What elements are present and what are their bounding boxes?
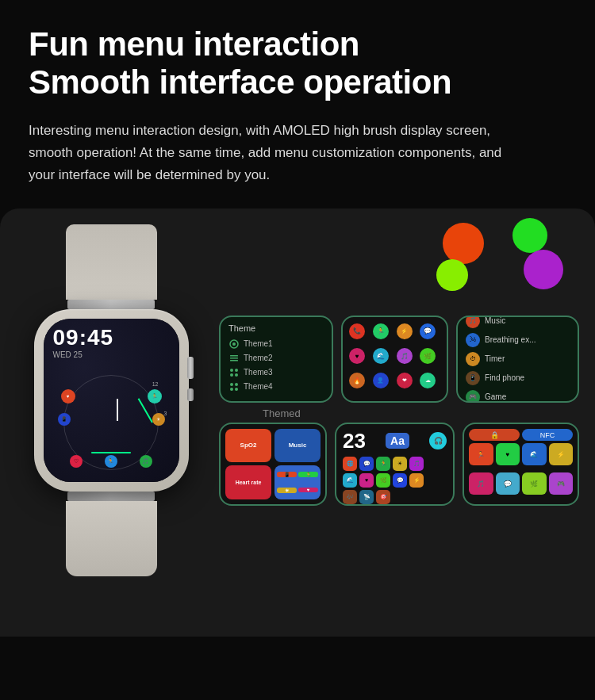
cal-app-11: 🎶: [343, 490, 357, 504]
theme-icon-1: [228, 339, 240, 350]
watch-clasp-bottom: [67, 492, 155, 501]
watch-minute-hand: [117, 399, 118, 421]
app-icon-7: 🎵: [397, 348, 413, 364]
app-icon-11: ❤: [397, 373, 413, 388]
cal-app-4: ☀: [393, 457, 407, 471]
svg-rect-3: [230, 358, 238, 359]
theme-card-title: Theme: [228, 323, 324, 333]
watch-wrapper: 09:45 WED 25 ♥ 🏃 �: [16, 224, 206, 576]
watch-app-icon-2: 🏃: [148, 389, 162, 404]
health-grid: SpO2 Music Heart rate 📱 🏃 ☀: [225, 429, 321, 499]
cal-app-10: ⚡: [409, 473, 424, 488]
content-area: 09:45 WED 25 ♥ 🏃 �: [16, 232, 579, 576]
svg-point-9: [230, 383, 233, 386]
svg-rect-2: [230, 355, 238, 357]
fit-app-2: ♥: [496, 443, 520, 465]
themed-label: Themed: [219, 403, 579, 423]
theme-label-1: Theme1: [244, 339, 273, 348]
fitness-grid: 🔒 NFC 🏃 ♥ 🌊 ⚡ 🎵 💬 🌿: [469, 429, 573, 499]
app-icon-6: 🌊: [373, 348, 389, 364]
music-tile-label: Music: [289, 442, 307, 449]
menu-icon-breathing: 🌬: [466, 333, 480, 347]
watch-side-button: [187, 388, 194, 401]
health-apps-tile: 📱 🏃 ☀ ♥: [274, 465, 321, 499]
cal-apps-row-3: 🎶 📡 🎯: [343, 490, 447, 504]
theme-item-4: Theme4: [228, 380, 324, 394]
watch-screen-inner: 09:45 WED 25 ♥ 🏃 �: [44, 319, 179, 482]
watch-body-wrap: 09:45 WED 25 ♥ 🏃 �: [16, 309, 206, 492]
ws-icon-1: ♡: [70, 455, 83, 468]
cal-app-1: 🌐: [343, 457, 357, 471]
watch-small-icons: ♡ 🏃 🎵: [53, 455, 170, 468]
watch-app-icon-3: 📱: [58, 413, 71, 426]
fit-app-1: 🏃: [469, 443, 493, 465]
cal-app-7: ♥: [359, 473, 374, 488]
main-title: Fun menu interaction Smooth interface op…: [29, 25, 566, 102]
menu-item-breathing: 🌬 Breathing ex...: [466, 331, 570, 350]
watch-body: 09:45 WED 25 ♥ 🏃 �: [34, 309, 189, 492]
theme-label-3: Theme3: [244, 368, 273, 377]
fitness-tile-nfc: NFC: [522, 429, 573, 442]
svg-point-8: [235, 373, 238, 377]
svg-point-12: [235, 388, 238, 391]
cal-header: 23 Aa 🎧: [343, 429, 447, 453]
cal-app-2: 💬: [359, 457, 374, 471]
health-spo2-tile: SpO2: [225, 429, 271, 463]
ws-icon-2: 🏃: [105, 455, 117, 468]
grid-row-2: SpO2 Music Heart rate 📱 🏃 ☀: [219, 423, 579, 506]
theme-icon-3: [228, 367, 240, 378]
svg-point-10: [235, 383, 238, 386]
fit-app-4: ⚡: [549, 443, 574, 465]
fit-app-3: 🌊: [522, 443, 546, 465]
calendar-card: 23 Aa 🎧 🌐 💬 🏃 ☀ 🎵 🌊: [335, 423, 455, 506]
theme-item-3: Theme3: [228, 365, 324, 380]
watch-band-top: [66, 224, 157, 300]
watch-dial-num-3: 3: [164, 411, 167, 416]
app-icon-run: 🏃: [373, 323, 389, 339]
mini-app-2: 🏃: [298, 472, 318, 477]
app-grid-card: 📞 🏃 ⚡ 💬 ♥ 🌊 🎵 🌿 🔥 👤 ❤ ☁: [341, 316, 448, 403]
app-icon-12: ☁: [420, 373, 436, 388]
mini-app-1: 📱: [277, 472, 297, 477]
cal-app-8: 🌿: [376, 473, 390, 488]
menu-item-music: 🎵 Music: [466, 316, 570, 331]
watch-clasp-top: [67, 300, 155, 309]
theme-label-2: Theme2: [244, 354, 273, 362]
mini-app-3: ☀: [277, 488, 297, 493]
app-icon-5: ♥: [349, 348, 365, 364]
watch-face-content: ♥ 🏃 📱 ☀ ♡ 🏃: [53, 359, 170, 474]
cal-headphone-icon: 🎧: [429, 432, 447, 449]
svg-point-5: [230, 369, 233, 372]
menu-label-findphone: Find phone: [485, 373, 524, 382]
cal-aa-label: Aa: [386, 433, 409, 449]
menu-icon-game: 🎮: [466, 390, 480, 403]
cal-app-13: 🎯: [376, 490, 390, 504]
watch-green-bar: [91, 452, 131, 453]
fit-app-7: 🌿: [522, 472, 546, 495]
fit-app-6: 💬: [496, 472, 520, 495]
right-grid-wrapper: Theme Theme1 Theme2: [219, 316, 579, 506]
bottom-section: 09:45 WED 25 ♥ 🏃 �: [0, 208, 595, 637]
watch-dial-num-12: 12: [152, 381, 159, 387]
cal-date-num: 23: [343, 429, 366, 453]
fit-app-5: 🎵: [469, 472, 493, 495]
menu-list-card: 🎵 Music 🌬 Breathing ex... ⏱ Timer 📱: [456, 316, 579, 403]
menu-item-game: 🎮 Game: [466, 388, 570, 403]
title-line2: Smooth interface operation: [29, 63, 451, 101]
app-icon-3: ⚡: [397, 323, 413, 339]
fitness-bottom-row: 🎵 💬 🌿 🎮: [469, 472, 573, 499]
watch-screen: 09:45 WED 25 ♥ 🏃 �: [44, 319, 179, 482]
watch-app-icon-1: ♥: [61, 389, 75, 404]
fit-app-8: 🎮: [549, 472, 574, 495]
menu-icon-findphone: 📱: [466, 371, 480, 385]
app-icon-8: 🌿: [420, 348, 436, 364]
fitness-tile-lock: 🔒: [469, 429, 520, 442]
menu-item-findphone: 📱 Find phone: [466, 369, 570, 388]
grid-row-1: Theme Theme1 Theme2: [219, 316, 579, 403]
cal-apps-row-2: 🌊 ♥ 🌿 💬 ⚡: [343, 473, 447, 488]
theme-card: Theme Theme1 Theme2: [219, 316, 333, 403]
heart-rate-label: Heart rate: [236, 480, 262, 485]
watch-time: 09:45: [53, 327, 170, 349]
theme-label-4: Theme4: [244, 382, 273, 391]
svg-point-6: [235, 369, 238, 372]
